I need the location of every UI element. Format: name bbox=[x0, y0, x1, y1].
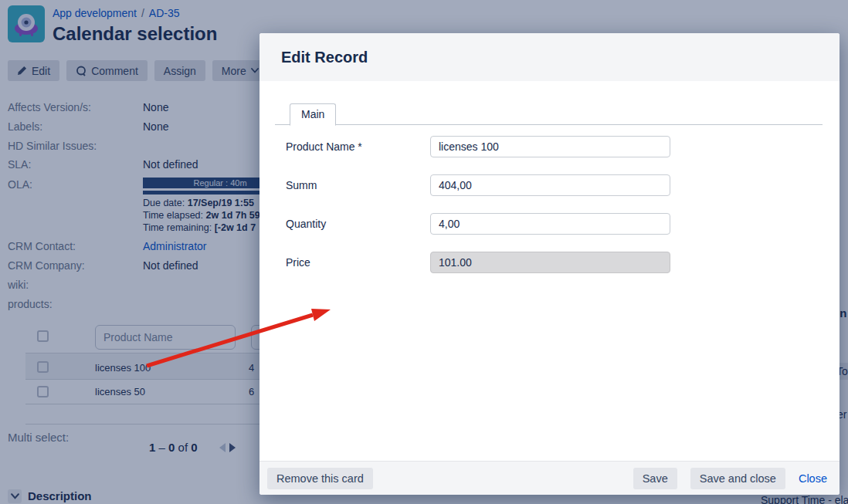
close-link[interactable]: Close bbox=[799, 472, 827, 485]
tab-main[interactable]: Main bbox=[290, 103, 336, 126]
edit-record-dialog: Edit Record Main Product Name * Summ Qua… bbox=[259, 33, 840, 495]
summ-input[interactable] bbox=[430, 174, 670, 196]
save-button[interactable]: Save bbox=[633, 468, 677, 489]
remove-card-button[interactable]: Remove this card bbox=[267, 468, 373, 489]
quantity-label: Quantity bbox=[286, 218, 326, 230]
dialog-tab-bar: Main bbox=[275, 103, 823, 125]
quantity-input[interactable] bbox=[430, 213, 670, 235]
dialog-title: Edit Record bbox=[281, 49, 368, 66]
save-and-close-button[interactable]: Save and close bbox=[690, 468, 785, 489]
product-name-label: Product Name * bbox=[286, 140, 362, 153]
dialog-footer: Remove this card Save Save and close Clo… bbox=[259, 461, 840, 495]
summ-label: Summ bbox=[286, 179, 317, 191]
dialog-header: Edit Record bbox=[259, 33, 840, 81]
price-input bbox=[430, 252, 670, 273]
price-label: Price bbox=[286, 256, 310, 269]
product-name-input[interactable] bbox=[430, 136, 670, 157]
